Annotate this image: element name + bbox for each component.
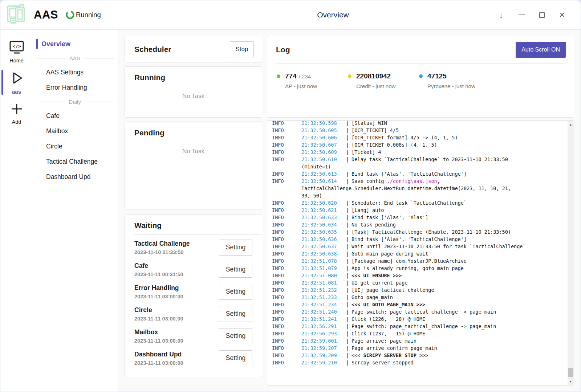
log-line: INFO21:32:51.080|<<< UI ENSURE >>>	[272, 272, 568, 279]
log-line: INFO21:32:50.607|[OCR_TICKET 0.008s] (4,…	[272, 141, 568, 148]
log-line: INFO21:32:50.613|Bind task ['Alas', 'Tac…	[272, 170, 568, 177]
log-line: INFO21:32:59.001|Page arrive: page_main	[272, 337, 568, 344]
log-line: INFO21:32:56.291|Page switch: page_tacti…	[272, 323, 568, 330]
nav-item-circle[interactable]: Circle	[33, 139, 118, 154]
waiting-task: Mailbox2023-11-11 03:00:00Setting	[125, 325, 262, 347]
scroll-up-icon[interactable]: ▲	[568, 122, 574, 127]
log-line: INFO21:32:50.610|Delay task `TacticalCha…	[272, 156, 568, 163]
app-name: AAS	[34, 8, 58, 21]
running-empty-text: No Task	[125, 93, 262, 100]
pending-card: Pending No Task	[125, 122, 262, 209]
log-line: INFO21:32:51.234|<<< UI GOTO PAGE_MAIN >…	[272, 301, 568, 308]
maximize-icon[interactable]	[537, 10, 547, 20]
waiting-task-name: Circle	[134, 306, 219, 314]
setting-button[interactable]: Setting	[219, 284, 252, 300]
waiting-task: Cafe2023-11-11 00:31:50Setting	[125, 258, 262, 281]
log-stat: 774/ 234AP - just now	[277, 72, 348, 89]
waiting-task-name: Mailbox	[134, 328, 219, 336]
running-title: Running	[125, 67, 262, 87]
nav-item-mailbox[interactable]: Mailbox	[33, 123, 118, 139]
waiting-task-name: Cafe	[134, 262, 219, 270]
download-icon[interactable]: ↓	[496, 10, 506, 20]
nav-item-overview[interactable]: Overview	[36, 38, 118, 49]
waiting-list: Tactical Challenge2023-11-10 21:33:50Set…	[125, 236, 262, 369]
log-line: INFO21:32:51.241|Click (1226, 28) @ HOME	[272, 315, 568, 323]
log-line: INFO21:32:50.634|No task pending	[272, 221, 568, 228]
log-line: INFO21:32:50.621|[Lang] auto	[272, 207, 568, 214]
stat-label: Credit - just now	[348, 83, 419, 89]
setting-button[interactable]: Setting	[219, 262, 252, 278]
stat-dot-icon	[277, 74, 280, 78]
log-scrollbar[interactable]: ▲ ▼	[568, 121, 574, 385]
waiting-task: Circle2023-11-11 03:00:00Setting	[125, 303, 262, 325]
nav-item-dashboard-upd[interactable]: Dashboard Upd	[33, 169, 118, 184]
stat-label: AP - just now	[277, 83, 348, 89]
nav-item-error-handling[interactable]: Error Handling	[33, 80, 118, 95]
log-line: INFO21:32:51.232|[UI] page_tactical_chal…	[272, 286, 568, 294]
log-line: INFO21:32:50.637|Wait until 2023-11-10 2…	[272, 243, 568, 250]
log-line: INFO21:32:59.210|Scrcpy server stopped	[272, 359, 568, 366]
log-output-card: INFO21:32:50.598|[Status] WININFO21:32:5…	[267, 121, 574, 385]
main-content: Scheduler Stop Running No Task Pending N…	[118, 30, 581, 392]
waiting-task-next-run: 2023-11-11 03:00:00	[134, 316, 219, 322]
setting-button[interactable]: Setting	[219, 306, 252, 322]
log-stat: 220810942Credit - just now	[348, 72, 419, 89]
window-controls: ↓ ✕	[496, 10, 567, 20]
setting-button[interactable]: Setting	[219, 240, 252, 256]
stat-dot-icon	[348, 74, 352, 78]
rail-item-home[interactable]: </> Home	[0, 37, 33, 67]
scrollbar-thumb[interactable]	[568, 368, 573, 377]
rail-item-add[interactable]: Add	[0, 98, 33, 128]
log-output[interactable]: INFO21:32:50.598|[Status] WININFO21:32:5…	[267, 121, 568, 385]
stat-suffix: / 234	[299, 73, 311, 79]
waiting-task: Tactical Challenge2023-11-10 21:33:50Set…	[125, 236, 262, 258]
setting-button[interactable]: Setting	[219, 350, 252, 366]
log-line: INFO21:32:50.614|Save config ./config\aa…	[272, 177, 568, 185]
app-window: AAS Running Overview ↓ ✕ </>	[0, 0, 581, 392]
setting-button[interactable]: Setting	[219, 328, 252, 344]
pending-title: Pending	[125, 122, 262, 142]
log-header-card: Log Auto Scroll ON 774/ 234AP - just now…	[267, 36, 574, 118]
nav-item-cafe[interactable]: Cafe	[33, 108, 118, 123]
log-line: INFO21:32:50.609|[Ticket] 4	[272, 148, 568, 156]
nav-item-tactical-challenge[interactable]: Tactical Challenge	[33, 154, 118, 169]
log-line: INFO21:32:51.240|Page switch: page_tacti…	[272, 308, 568, 315]
running-card: Running No Task	[125, 66, 262, 118]
waiting-task: Dashboard Upd2023-11-11 03:00:00Setting	[125, 347, 262, 369]
divider	[134, 234, 262, 235]
stat-dot-icon	[419, 74, 423, 78]
log-line: INFO21:32:51.081|UI get current page	[272, 279, 568, 286]
left-rail: </> Home aas	[0, 30, 33, 392]
svg-text:</>: </>	[12, 44, 21, 49]
log-line: INFO21:32:50.605|[OCR_TICKET] 4/5	[272, 127, 568, 134]
nav-item-aas-settings[interactable]: AAS Settings	[33, 65, 118, 80]
scroll-down-icon[interactable]: ▼	[568, 379, 574, 384]
plus-icon	[9, 102, 24, 118]
waiting-task-next-run: 2023-11-11 03:00:00	[134, 338, 219, 344]
auto-scroll-button[interactable]: Auto Scroll ON	[516, 42, 566, 58]
waiting-task-next-run: 2023-11-10 21:33:50	[134, 249, 219, 255]
rail-item-aas[interactable]: aas	[0, 67, 33, 98]
log-line: INFO21:32:50.620|Scheduler: End task `Ta…	[272, 199, 568, 207]
waiting-task-next-run: 2023-11-11 00:31:50	[134, 271, 219, 277]
rail-item-label: Add	[12, 119, 21, 125]
nav-group-divider: AAS	[33, 52, 118, 65]
log-lines: INFO21:32:50.598|[Status] WININFO21:32:5…	[272, 121, 568, 366]
pending-empty-text: No Task	[125, 148, 262, 155]
subnav: OverviewAASAAS SettingsError HandlingDai…	[33, 30, 118, 392]
stat-value: 774	[285, 72, 297, 80]
stop-button[interactable]: Stop	[230, 41, 254, 57]
log-line-continuation: TacticalChallenge.Scheduler.NextRun=date…	[272, 185, 568, 192]
log-line: INFO21:32:50.636|Bind task ['Alas', 'Tac…	[272, 236, 568, 243]
nav-group-divider: Daily	[33, 95, 118, 108]
waiting-task-name: Tactical Challenge	[134, 240, 219, 248]
rail-item-label: aas	[12, 89, 21, 95]
waiting-task-next-run: 2023-11-11 03:00:00	[134, 360, 219, 366]
minimize-icon[interactable]	[517, 10, 526, 20]
close-icon[interactable]: ✕	[557, 10, 567, 20]
stat-value: 47125	[427, 72, 447, 80]
scheduler-card: Scheduler Stop	[125, 36, 262, 62]
app-logo-icon	[5, 3, 27, 26]
titlebar: AAS Running Overview ↓ ✕	[0, 0, 581, 30]
log-line: INFO21:32:50.635|[Task] TacticalChalleng…	[272, 228, 568, 236]
